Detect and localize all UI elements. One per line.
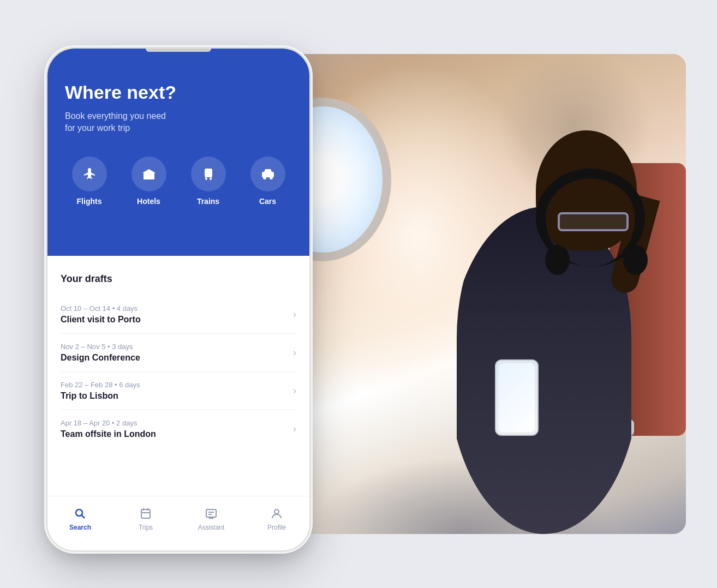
- phone-in-hand: [495, 359, 539, 436]
- svg-point-24: [274, 509, 279, 514]
- draft-name-london: Team offsite in London: [61, 429, 156, 439]
- draft-name-porto: Client visit to Porto: [61, 315, 141, 325]
- draft-item-conference[interactable]: Nov 2 – Nov 5 • 3 days Design Conference…: [61, 334, 296, 372]
- trains-label: Trains: [197, 197, 219, 206]
- draft-info-lisbon: Feb 22 – Feb 28 • 6 days Trip to Lisbon: [61, 381, 140, 401]
- hotels-icon: [141, 166, 157, 182]
- svg-rect-4: [206, 170, 208, 172]
- flights-icon-circle: [72, 157, 107, 191]
- trips-nav-icon: [139, 507, 152, 520]
- cars-icon-circle: [250, 157, 285, 191]
- chevron-porto: ›: [293, 309, 296, 320]
- svg-rect-14: [266, 170, 270, 173]
- trains-icon-circle: [191, 157, 226, 191]
- bottom-nav: Search Trips Assist: [47, 496, 309, 550]
- hotels-icon-circle: [132, 157, 166, 191]
- svg-rect-5: [209, 170, 211, 172]
- drafts-title: Your drafts: [61, 273, 296, 285]
- svg-rect-1: [150, 175, 153, 179]
- nav-profile[interactable]: Profile: [255, 507, 298, 531]
- chevron-conference: ›: [293, 347, 296, 358]
- cars-icon: [260, 166, 276, 182]
- draft-info-conference: Nov 2 – Nov 5 • 3 days Design Conference: [61, 343, 140, 363]
- svg-line-9: [205, 177, 206, 178]
- svg-line-10: [211, 177, 212, 178]
- profile-nav-icon: [270, 507, 283, 520]
- category-trains[interactable]: Trains: [184, 157, 232, 206]
- hotels-label: Hotels: [137, 197, 160, 206]
- draft-info-porto: Oct 10 – Oct 14 • 4 days Client visit to…: [61, 304, 141, 325]
- search-nav-icon: [74, 507, 87, 520]
- phone-frame: Where next? Book everything you needfor …: [47, 49, 309, 550]
- search-nav-label: Search: [69, 524, 91, 531]
- assistant-nav-icon: [205, 507, 218, 520]
- svg-rect-6: [206, 174, 211, 175]
- draft-meta-lisbon: Feb 22 – Feb 28 • 6 days: [61, 381, 140, 389]
- header-title: Where next?: [65, 81, 292, 104]
- draft-name-conference: Design Conference: [61, 353, 140, 363]
- svg-point-7: [205, 178, 207, 180]
- svg-rect-21: [206, 509, 216, 517]
- svg-point-13: [270, 176, 273, 179]
- svg-rect-2: [145, 175, 148, 177]
- phone-header: Where next? Book everything you needfor …: [47, 49, 309, 256]
- categories-row: Flights Hotels: [65, 157, 292, 206]
- draft-item-lisbon[interactable]: Feb 22 – Feb 28 • 6 days Trip to Lisbon …: [61, 372, 296, 410]
- glasses: [558, 212, 629, 231]
- draft-meta-london: Apr 18 – Apr 20 • 2 days: [61, 419, 156, 427]
- category-flights[interactable]: Flights: [65, 157, 113, 206]
- nav-assistant[interactable]: Assistant: [189, 507, 233, 531]
- phone-content: Your drafts Oct 10 – Oct 14 • 4 days Cli…: [47, 256, 309, 448]
- header-subtitle: Book everything you needfor your work tr…: [65, 110, 292, 135]
- chevron-lisbon: ›: [293, 385, 296, 397]
- draft-meta-conference: Nov 2 – Nov 5 • 3 days: [61, 343, 140, 351]
- svg-rect-17: [141, 509, 150, 518]
- headphone-pad-right: [545, 245, 570, 275]
- trains-icon: [201, 166, 216, 182]
- svg-line-16: [82, 515, 85, 518]
- draft-meta-porto: Oct 10 – Oct 14 • 4 days: [61, 304, 141, 313]
- scene: Where next? Book everything you needfor …: [31, 27, 686, 561]
- person-figure: [429, 125, 659, 534]
- flights-icon: [82, 166, 97, 182]
- svg-point-8: [210, 178, 212, 180]
- svg-point-12: [263, 176, 266, 179]
- profile-nav-label: Profile: [267, 524, 286, 531]
- category-cars[interactable]: Cars: [243, 157, 292, 206]
- cars-label: Cars: [259, 197, 276, 206]
- draft-info-london: Apr 18 – Apr 20 • 2 days Team offsite in…: [61, 419, 156, 439]
- svg-rect-3: [205, 169, 212, 177]
- draft-name-lisbon: Trip to Lisbon: [61, 391, 140, 401]
- flights-label: Flights: [77, 197, 102, 206]
- draft-item-london[interactable]: Apr 18 – Apr 20 • 2 days Team offsite in…: [61, 410, 296, 448]
- svg-point-15: [76, 509, 82, 516]
- headphone-pad-left: [623, 245, 648, 275]
- chevron-london: ›: [293, 423, 296, 435]
- assistant-nav-label: Assistant: [198, 524, 225, 531]
- category-hotels[interactable]: Hotels: [124, 157, 173, 206]
- nav-trips[interactable]: Trips: [124, 507, 168, 531]
- trips-nav-label: Trips: [139, 524, 153, 531]
- draft-item-porto[interactable]: Oct 10 – Oct 14 • 4 days Client visit to…: [61, 296, 296, 334]
- nav-search[interactable]: Search: [58, 507, 102, 531]
